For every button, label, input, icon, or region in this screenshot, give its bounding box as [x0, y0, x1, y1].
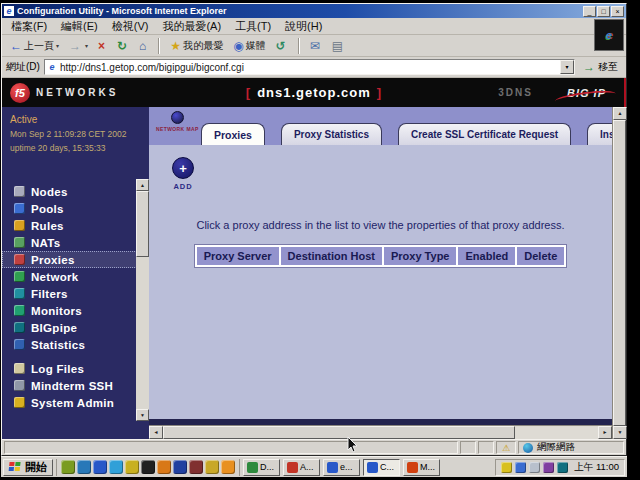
scroll-down-icon[interactable]: ▼ [136, 409, 149, 421]
task-button[interactable]: A... [283, 459, 320, 476]
quick-launch-icon[interactable] [141, 460, 155, 474]
chevron-down-icon[interactable]: ▾ [85, 42, 88, 49]
menu-item[interactable]: 我的最愛(A) [155, 18, 228, 35]
scrollbar-thumb[interactable] [136, 191, 149, 257]
quick-launch-icon[interactable] [93, 460, 107, 474]
quick-launch-icon[interactable] [221, 460, 235, 474]
tab-label: Proxies [214, 129, 252, 141]
tray-icon[interactable] [529, 462, 540, 473]
table-header-cell[interactable]: Proxy Server [197, 247, 279, 265]
sidebar-item[interactable]: Log Files [2, 360, 149, 377]
menu-item[interactable]: 工具(T) [228, 18, 278, 35]
menu-item[interactable]: 說明(H) [278, 18, 329, 35]
sidebar-item[interactable]: Pools [2, 200, 149, 217]
main-frameset: Active Mon Sep 2 11:09:28 CET 2002 uptim… [2, 107, 626, 439]
task-button[interactable]: e... [323, 459, 360, 476]
scroll-up-icon[interactable]: ▲ [136, 179, 149, 191]
quick-launch-icon[interactable] [125, 460, 139, 474]
tab[interactable]: Proxies [201, 123, 265, 145]
scroll-left-icon[interactable]: ◄ [149, 426, 163, 439]
sidebar-item[interactable]: Rules [2, 217, 149, 234]
sidebar-scrollbar[interactable]: ▲ ▼ [136, 179, 149, 421]
restore-button[interactable]: □ [597, 6, 610, 17]
sidebar-item[interactable]: System Admin [2, 394, 149, 411]
tab[interactable]: Create SSL Certificate Request [398, 123, 571, 145]
network-map-button[interactable]: NETWORK MAP [156, 111, 198, 132]
sidebar-item[interactable]: NATs [2, 234, 149, 251]
sidebar-item-label: Filters [31, 288, 68, 300]
quick-launch-icon[interactable] [109, 460, 123, 474]
menu-item[interactable]: 檢視(V) [105, 18, 156, 35]
sidebar-item[interactable]: BIGpipe [2, 319, 149, 336]
task-button[interactable]: D... [243, 459, 280, 476]
scroll-right-icon[interactable]: ► [598, 426, 612, 439]
sidebar-item[interactable]: Network [2, 268, 149, 285]
sidebar-item[interactable]: Mindterm SSH [2, 377, 149, 394]
toolbar-button[interactable]: ✉ [306, 36, 326, 55]
quick-launch-icon[interactable] [189, 460, 203, 474]
scrollbar-track[interactable] [515, 426, 598, 439]
sidebar-item[interactable]: Nodes [2, 183, 149, 200]
tray-icon[interactable] [543, 462, 554, 473]
toolbar-button[interactable]: ★ 我的最愛 [166, 36, 227, 55]
tray-icon[interactable] [501, 462, 512, 473]
title-bar[interactable]: e Configuration Utility - Microsoft Inte… [2, 4, 626, 18]
sidebar-item[interactable]: Monitors [2, 302, 149, 319]
link-3dns[interactable]: 3DNS [498, 87, 533, 98]
sidebar-item-icon [14, 237, 25, 248]
sidebar-item[interactable]: Proxies [2, 251, 149, 268]
quick-launch-icon[interactable] [173, 460, 187, 474]
sidebar-item[interactable]: Statistics [2, 336, 149, 353]
toolbar-button[interactable]: → ▾ [65, 36, 92, 55]
tab[interactable]: Proxy Statistics [281, 123, 382, 145]
scroll-down-icon[interactable]: ▼ [613, 426, 627, 439]
start-button[interactable]: 開始 [3, 459, 53, 476]
quick-launch-icon[interactable] [157, 460, 171, 474]
toolbar-button[interactable]: ↺ [272, 36, 292, 55]
quick-launch-icon[interactable] [205, 460, 219, 474]
add-proxy-control[interactable]: + ADD [169, 157, 197, 191]
toolbar-button-icon: ← [10, 39, 22, 53]
tray-icon[interactable] [515, 462, 526, 473]
task-button-label: C... [380, 462, 394, 472]
toolbar-button[interactable]: ↻ [113, 36, 133, 55]
task-button[interactable]: C... [363, 459, 400, 476]
minimize-button[interactable]: _ [583, 6, 596, 17]
toolbar-button[interactable]: ▤ [328, 36, 349, 55]
toolbar-button[interactable]: × [94, 36, 111, 55]
scrollbar-thumb[interactable] [163, 426, 515, 439]
tab[interactable]: Install SSL Certif [587, 123, 612, 145]
address-dropdown-button[interactable]: ▾ [560, 60, 574, 74]
toolbar-button[interactable]: ← 上一頁 ▾ [6, 36, 63, 55]
toolbar-button[interactable]: ◉ 媒體 [229, 36, 269, 55]
table-header-cell[interactable]: Delete [517, 247, 564, 265]
table-header-cell[interactable]: Proxy Type [384, 247, 457, 265]
table-header-cell[interactable]: Enabled [458, 247, 515, 265]
zone-label: 網際網路 [537, 441, 575, 454]
close-button[interactable]: × [611, 6, 624, 17]
start-label: 開始 [25, 460, 47, 475]
address-url[interactable]: http://dns1.getop.com/bigipgui/bigconf.c… [60, 62, 560, 73]
scroll-up-icon[interactable]: ▲ [613, 107, 627, 120]
menu-item[interactable]: 檔案(F) [4, 18, 54, 35]
tray-icon[interactable] [557, 462, 568, 473]
add-button[interactable]: + [172, 157, 194, 179]
vertical-scrollbar[interactable]: ▲ ▼ [612, 107, 626, 439]
task-button-label: M... [420, 462, 435, 472]
bracket-right: ] [377, 85, 382, 100]
quick-launch-icon[interactable] [61, 460, 75, 474]
quick-launch-icon[interactable] [77, 460, 91, 474]
toolbar-button[interactable]: ⌂ [135, 36, 152, 55]
scrollbar-thumb[interactable] [613, 120, 626, 426]
go-button[interactable]: → 移至 [579, 60, 622, 74]
sidebar-item-icon [14, 339, 25, 350]
sidebar-item[interactable]: Filters [2, 285, 149, 302]
task-button[interactable]: M... [403, 459, 440, 476]
menu-item[interactable]: 編輯(E) [54, 18, 105, 35]
horizontal-scrollbar[interactable]: ◄ ► [149, 425, 612, 439]
task-button-icon [327, 462, 338, 473]
address-input[interactable]: e http://dns1.getop.com/bigipgui/bigconf… [44, 59, 575, 75]
link-bigip[interactable]: BIG IP [563, 87, 610, 99]
table-header-cell[interactable]: Destination Host [281, 247, 382, 265]
chevron-down-icon[interactable]: ▾ [56, 42, 59, 49]
